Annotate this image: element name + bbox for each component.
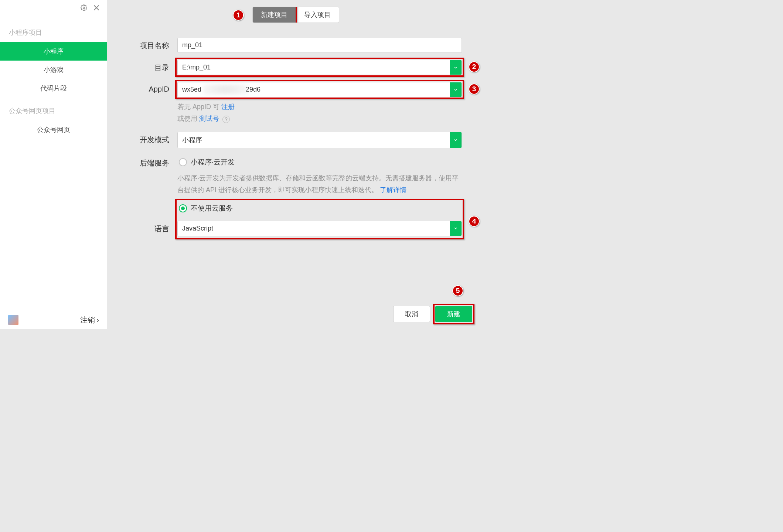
sidebar-heading-miniprogram: 小程序项目 [0, 23, 107, 42]
language-value: JavaScript [178, 221, 450, 236]
sidebar-item-minigame[interactable]: 小游戏 [0, 61, 107, 79]
create-button[interactable]: 新建 [435, 306, 472, 322]
annotation-1: 1 [233, 10, 244, 21]
label-dev-mode: 开发模式 [122, 132, 177, 145]
radio-label: 不使用云服务 [191, 204, 233, 213]
appid-helper-a: 若无 AppID 可 [177, 103, 221, 110]
chevron-down-icon [450, 221, 462, 236]
form-area: 项目名称 目录 E:\mp_01 2 AppID wx5ed [107, 23, 484, 299]
appid-value: wx5ed 29d6 [178, 82, 450, 97]
dev-mode-select[interactable]: 小程序 [177, 132, 462, 148]
row-appid: AppID wx5ed 29d6 3 若无 AppID 可 注册 或使用 测试号 [122, 82, 462, 125]
gear-icon[interactable] [81, 4, 87, 11]
appid-helper-b: 或使用 [177, 115, 199, 122]
project-name-input[interactable] [177, 38, 462, 53]
chevron-right-icon: › [96, 316, 99, 324]
test-account-link[interactable]: 测试号 [199, 115, 219, 122]
label-backend: 后端服务 [122, 155, 177, 168]
chevron-down-icon [450, 132, 462, 148]
label-project-name: 项目名称 [122, 38, 177, 51]
learn-more-link[interactable]: 了解详情 [380, 186, 406, 194]
label-language: 语言 [122, 221, 177, 234]
radio-cloud-dev[interactable]: 小程序·云开发 [177, 155, 462, 169]
sidebar-item-mpweb[interactable]: 公众号网页 [0, 120, 107, 139]
close-icon[interactable] [92, 3, 101, 13]
tab-new-project[interactable]: 新建项目 [253, 7, 296, 23]
appid-helper: 若无 AppID 可 注册 或使用 测试号 ? [177, 101, 462, 125]
sidebar: 小程序项目 小程序 小游戏 代码片段 公众号网页项目 公众号网页 注销 › [0, 0, 107, 329]
logout-label: 注销 [80, 315, 95, 325]
language-select[interactable]: JavaScript [177, 221, 462, 236]
chevron-down-icon [450, 82, 462, 97]
row-directory: 目录 E:\mp_01 2 [122, 60, 462, 75]
svg-point-0 [83, 7, 85, 9]
sidebar-item-label: 小游戏 [44, 65, 64, 74]
annotation-4: 4 [469, 216, 480, 227]
radio-icon [179, 158, 187, 166]
label-directory: 目录 [122, 60, 177, 73]
sidebar-item-miniprogram[interactable]: 小程序 [0, 42, 107, 61]
sidebar-footer: 注销 › [0, 311, 107, 329]
sidebar-item-snippet[interactable]: 代码片段 [0, 79, 107, 98]
cloud-desc-text: 小程序·云开发为开发者提供数据库、存储和云函数等完整的云端支持。无需搭建服务器，… [177, 174, 459, 194]
row-backend: 后端服务 小程序·云开发 小程序·云开发为开发者提供数据库、存储和云函数等完整的… [122, 155, 462, 215]
main: 新建项目 导入项目 1 项目名称 目录 E:\mp_01 2 A [107, 0, 484, 329]
sidebar-heading-mpweb: 公众号网页项目 [0, 101, 107, 120]
directory-value: E:\mp_01 [178, 60, 450, 75]
cloud-desc: 小程序·云开发为开发者提供数据库、存储和云函数等完整的云端支持。无需搭建服务器，… [177, 172, 462, 196]
radio-icon [179, 204, 187, 212]
dev-mode-value: 小程序 [178, 132, 450, 148]
appid-select[interactable]: wx5ed 29d6 [177, 82, 462, 97]
radio-no-cloud[interactable]: 不使用云服务 [177, 201, 462, 215]
tab-import-project[interactable]: 导入项目 [296, 7, 339, 23]
appid-suffix: 29d6 [246, 86, 261, 93]
row-language: 语言 JavaScript 4 [122, 221, 462, 236]
annotation-3: 3 [469, 83, 480, 95]
sidebar-item-label: 代码片段 [40, 84, 67, 93]
directory-select[interactable]: E:\mp_01 [177, 60, 462, 75]
register-link[interactable]: 注册 [221, 103, 235, 110]
row-project-name: 项目名称 [122, 38, 462, 53]
row-dev-mode: 开发模式 小程序 [122, 132, 462, 148]
sidebar-sections: 小程序项目 小程序 小游戏 代码片段 公众号网页项目 公众号网页 [0, 23, 107, 311]
footer-buttons: 取消 新建 5 [107, 299, 484, 329]
sidebar-item-label: 公众号网页 [37, 125, 70, 134]
help-icon[interactable]: ? [222, 116, 230, 123]
annotation-2: 2 [469, 61, 480, 72]
logout-link[interactable]: 注销 › [80, 315, 99, 325]
tabs-row: 新建项目 导入项目 1 [107, 7, 484, 23]
label-appid: AppID [122, 82, 177, 93]
radio-label: 小程序·云开发 [191, 157, 235, 167]
cancel-button[interactable]: 取消 [393, 306, 430, 322]
sidebar-item-label: 小程序 [44, 47, 64, 56]
appid-prefix: wx5ed [182, 86, 201, 93]
avatar[interactable] [8, 315, 18, 325]
chevron-down-icon [450, 60, 462, 75]
tab-group: 新建项目 导入项目 [252, 7, 339, 23]
sidebar-top-icons [0, 0, 107, 13]
